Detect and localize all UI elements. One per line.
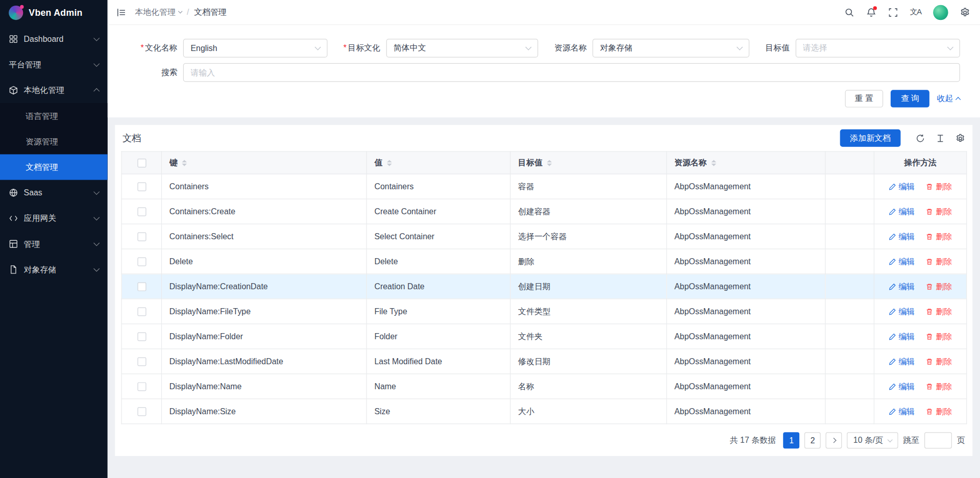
delete-button[interactable]: 删除 [926, 306, 952, 317]
cell-value: Containers [366, 174, 510, 199]
delete-button[interactable]: 删除 [926, 206, 952, 217]
delete-button[interactable]: 删除 [926, 381, 952, 392]
table-settings-gear-icon[interactable] [955, 133, 965, 142]
cell-actions: 编辑 删除 [874, 174, 966, 199]
refresh-icon[interactable] [916, 133, 925, 142]
row-checkbox[interactable] [137, 208, 146, 216]
row-checkbox[interactable] [137, 183, 146, 191]
sidebar-item-label: Saas [24, 188, 42, 197]
sidebar-item-dashboard[interactable]: Dashboard [0, 26, 108, 52]
table-row[interactable]: Containers:Select Select Container 选择一个容… [121, 224, 967, 249]
sort-icon[interactable] [547, 160, 552, 166]
sidebar-item-saas[interactable]: Saas [0, 180, 108, 206]
sidebar-item-gateway[interactable]: 应用网关 [0, 206, 108, 231]
edit-button[interactable]: 编辑 [889, 356, 915, 367]
table-row[interactable]: DisplayName:CreationDate Creation Date 创… [121, 274, 967, 299]
target-culture-select[interactable]: 简体中文 [386, 39, 538, 58]
required-asterisk: * [140, 43, 143, 52]
next-page-button[interactable] [826, 432, 842, 448]
table-row[interactable]: DisplayName:LastModifiedDate Last Modifi… [121, 349, 967, 374]
row-checkbox[interactable] [137, 408, 146, 416]
user-avatar[interactable] [933, 5, 948, 19]
delete-button[interactable]: 删除 [926, 356, 952, 367]
culture-select[interactable]: English [183, 39, 327, 58]
documents-card: 文档 添加新文档 [115, 125, 972, 456]
table-row[interactable]: Containers Containers 容器 AbpOssManagemen… [121, 174, 967, 199]
row-checkbox[interactable] [137, 233, 146, 241]
add-document-button[interactable]: 添加新文档 [840, 129, 901, 146]
target-value-select[interactable]: 请选择 [795, 39, 960, 58]
row-checkbox[interactable] [137, 308, 146, 316]
query-button[interactable]: 查 询 [891, 90, 929, 107]
reset-button[interactable]: 重 置 [845, 90, 883, 107]
cell-resource: AbpOssManagement [667, 249, 825, 274]
edit-button[interactable]: 编辑 [889, 381, 915, 392]
chevron-up-icon [955, 97, 961, 102]
delete-button[interactable]: 删除 [926, 406, 952, 417]
row-checkbox[interactable] [137, 283, 146, 291]
edit-button[interactable]: 编辑 [889, 206, 915, 217]
row-checkbox[interactable] [137, 383, 146, 391]
sidebar-subitem-resource[interactable]: 资源管理 [0, 129, 108, 154]
edit-button[interactable]: 编辑 [889, 306, 915, 317]
resource-select[interactable]: 对象存储 [593, 39, 749, 58]
sidebar-item-platform[interactable]: 平台管理 [0, 52, 108, 78]
edit-button[interactable]: 编辑 [889, 181, 915, 192]
cell-empty [825, 349, 874, 374]
sidebar-item-oss[interactable]: 对象存储 [0, 257, 108, 282]
search-input[interactable] [183, 63, 960, 82]
sidebar-item-localization[interactable]: 本地化管理 [0, 78, 108, 103]
row-checkbox[interactable] [137, 358, 146, 366]
trash-icon [926, 308, 934, 315]
row-checkbox[interactable] [137, 258, 146, 266]
cell-key: Containers:Create [162, 199, 367, 224]
table-row[interactable]: DisplayName:Name Name 名称 AbpOssManagemen… [121, 374, 967, 399]
delete-button[interactable]: 删除 [926, 256, 952, 267]
delete-button-label: 删除 [936, 306, 952, 317]
settings-gear-icon[interactable] [960, 7, 970, 17]
sidebar-subitem-document[interactable]: 文档管理 [0, 154, 108, 180]
app-logo[interactable]: Vben Admin [0, 0, 108, 25]
sort-icon[interactable] [182, 160, 187, 166]
table-row[interactable]: DisplayName:Folder Folder 文件夹 AbpOssMana… [121, 324, 967, 349]
edit-button[interactable]: 编辑 [889, 231, 915, 242]
sort-icon[interactable] [711, 160, 716, 166]
delete-button[interactable]: 删除 [926, 331, 952, 342]
table-row[interactable]: Delete Delete 删除 AbpOssManagement 编辑 删除 [121, 249, 967, 274]
sidebar-item-admin[interactable]: 管理 [0, 231, 108, 257]
menu-fold-icon[interactable] [116, 7, 127, 17]
delete-button[interactable]: 删除 [926, 281, 952, 292]
table-row[interactable]: DisplayName:Size Size 大小 AbpOssManagemen… [121, 399, 967, 424]
delete-button[interactable]: 删除 [926, 231, 952, 242]
sidebar-subitem-language[interactable]: 语言管理 [0, 103, 108, 129]
cell-resource: AbpOssManagement [667, 349, 825, 374]
table-row[interactable]: Containers:Create Create Container 创建容器 … [121, 199, 967, 224]
table-toolbar: 添加新文档 [840, 129, 965, 146]
translate-icon[interactable]: 文A [910, 7, 921, 17]
delete-button-label: 删除 [936, 256, 952, 267]
edit-button[interactable]: 编辑 [889, 331, 915, 342]
select-all-checkbox[interactable] [137, 159, 146, 167]
chevron-down-icon [525, 44, 531, 50]
table-row[interactable]: DisplayName:FileType File Type 文件类型 AbpO… [121, 299, 967, 324]
collapse-filter-link[interactable]: 收起 [937, 93, 960, 104]
sort-icon[interactable] [387, 160, 392, 166]
filter-target-culture: *目标文化 简体中文 [344, 39, 538, 58]
delete-button[interactable]: 删除 [926, 181, 952, 192]
edit-button[interactable]: 编辑 [889, 256, 915, 267]
page-size-select[interactable]: 10 条/页 [847, 432, 898, 448]
page-button-2[interactable]: 2 [804, 432, 821, 448]
page-button-1[interactable]: 1 [783, 432, 800, 448]
fullscreen-icon[interactable] [888, 7, 898, 17]
notification-bell-icon[interactable] [866, 7, 876, 17]
filter-actions: 重 置 查 询 收起 [133, 90, 960, 107]
breadcrumb-parent[interactable]: 本地化管理 [135, 7, 182, 18]
search-icon[interactable] [844, 7, 854, 17]
row-height-icon[interactable] [936, 133, 945, 142]
cell-empty [825, 299, 874, 324]
edit-button-label: 编辑 [898, 306, 915, 317]
edit-button[interactable]: 编辑 [889, 406, 915, 417]
edit-button[interactable]: 编辑 [889, 281, 915, 292]
page-jump-input[interactable] [924, 432, 952, 448]
row-checkbox[interactable] [137, 333, 146, 341]
